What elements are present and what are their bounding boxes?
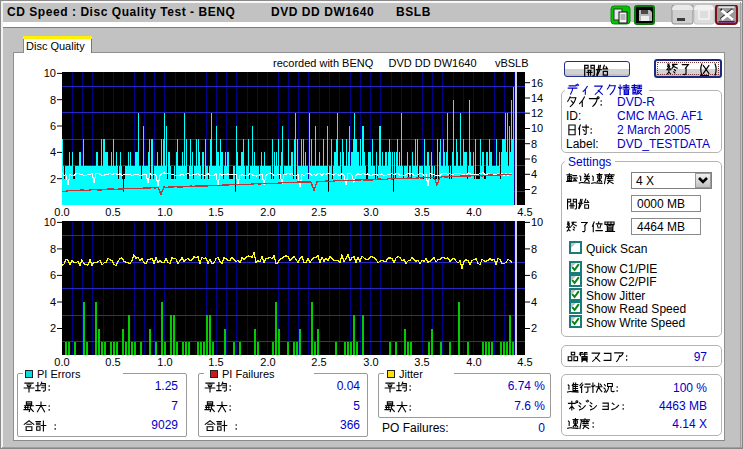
svg-text:1.5: 1.5 bbox=[208, 356, 223, 368]
svg-text:0.0: 0.0 bbox=[54, 356, 69, 368]
svg-text:2: 2 bbox=[531, 322, 537, 334]
svg-text:1.5: 1.5 bbox=[208, 206, 223, 218]
svg-text:10: 10 bbox=[531, 216, 543, 228]
svg-text:2.0: 2.0 bbox=[260, 356, 275, 368]
svg-text:0.5: 0.5 bbox=[105, 356, 120, 368]
svg-text:4: 4 bbox=[50, 296, 56, 308]
svg-text:6: 6 bbox=[50, 120, 56, 132]
svg-text:6: 6 bbox=[531, 269, 537, 281]
svg-text:4: 4 bbox=[531, 168, 537, 180]
svg-text:3.5: 3.5 bbox=[414, 206, 429, 218]
svg-text:10: 10 bbox=[531, 122, 543, 134]
svg-text:4: 4 bbox=[50, 146, 56, 158]
svg-text:3.0: 3.0 bbox=[363, 206, 378, 218]
svg-text:8: 8 bbox=[50, 243, 56, 255]
svg-text:4.0: 4.0 bbox=[466, 206, 481, 218]
svg-text:6: 6 bbox=[50, 269, 56, 281]
svg-text:2.5: 2.5 bbox=[311, 356, 326, 368]
svg-text:0.5: 0.5 bbox=[105, 206, 120, 218]
svg-text:2: 2 bbox=[50, 173, 56, 185]
svg-text:8: 8 bbox=[531, 243, 537, 255]
svg-text:1.0: 1.0 bbox=[157, 356, 172, 368]
svg-text:1.0: 1.0 bbox=[157, 206, 172, 218]
svg-text:2: 2 bbox=[531, 184, 537, 196]
svg-text:0.0: 0.0 bbox=[54, 206, 69, 218]
svg-text:14: 14 bbox=[531, 92, 543, 104]
svg-text:8: 8 bbox=[531, 138, 537, 150]
svg-text:6: 6 bbox=[531, 153, 537, 165]
svg-text:4.5: 4.5 bbox=[517, 206, 532, 218]
svg-text:8: 8 bbox=[50, 94, 56, 106]
svg-text:4.5: 4.5 bbox=[517, 356, 532, 368]
svg-text:3.5: 3.5 bbox=[414, 356, 429, 368]
svg-text:2: 2 bbox=[50, 322, 56, 334]
svg-text:2.5: 2.5 bbox=[311, 206, 326, 218]
svg-text:10: 10 bbox=[44, 67, 56, 79]
svg-text:4.0: 4.0 bbox=[466, 356, 481, 368]
svg-text:3.0: 3.0 bbox=[363, 356, 378, 368]
svg-text:12: 12 bbox=[531, 107, 543, 119]
svg-text:4: 4 bbox=[531, 296, 537, 308]
svg-text:16: 16 bbox=[531, 77, 543, 89]
svg-text:2.0: 2.0 bbox=[260, 206, 275, 218]
